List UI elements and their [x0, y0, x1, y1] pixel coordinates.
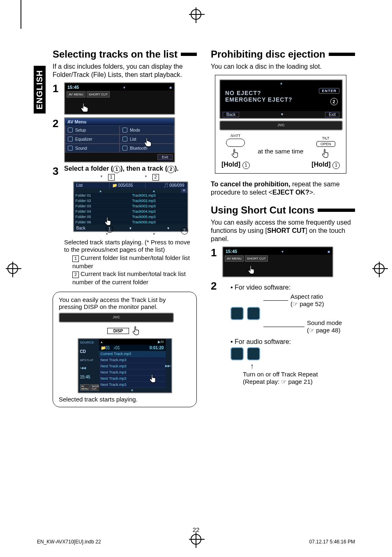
footer-file: EN_KW-AVX710[EU].indb 22: [37, 539, 101, 545]
track-list[interactable]: Track001.mp3 Track002.mp3 Track003.mp3 T…: [131, 193, 187, 225]
att-button[interactable]: [226, 139, 245, 147]
track-counter: 🎵 006/099: [145, 182, 187, 188]
av-menu-title: AV Menu: [65, 118, 174, 125]
footer-timestamp: 07.12.17 5:46:16 PM: [309, 539, 355, 545]
menu-item-sound[interactable]: Sound: [65, 144, 120, 153]
track-repeat-icon[interactable]: [247, 347, 260, 360]
cancel-prohibition-note: To cancel the prohibition, repeat the sa…: [211, 180, 355, 197]
audio-software-label: • For audio software:: [231, 338, 355, 346]
menu-item-mode[interactable]: Mode: [120, 125, 174, 135]
open-button[interactable]: OPEN: [316, 141, 335, 147]
exit-button[interactable]: Exit: [325, 112, 339, 117]
registration-mark-icon: [191, 9, 201, 20]
list-icon: [122, 137, 127, 142]
exit-button[interactable]: Exit: [157, 154, 173, 160]
step-1-number: 1: [53, 82, 61, 95]
callout-1: 1: [242, 162, 250, 169]
page-number: 22: [193, 526, 200, 533]
list-label: List: [74, 182, 110, 188]
aspect-ratio-icon[interactable]: [247, 307, 260, 320]
tap-hand-icon: [103, 216, 114, 227]
sound-icon: [68, 146, 73, 151]
tap-hand-icon: [246, 264, 258, 276]
callout-2: 2: [181, 227, 188, 234]
screen-sc-step1: 15:45 ▾ ■ AV MENU SHORT CUT: [222, 246, 333, 277]
mode-icon: [122, 128, 127, 132]
screen-av-menu: AV Menu Setup Mode Equalizer List Sound …: [64, 117, 175, 162]
intro-shortcut: You can easily access the some frequentl…: [211, 218, 355, 243]
tap-hand-icon: [142, 136, 154, 148]
tap-hand-icon: [79, 102, 90, 113]
gear-icon: [68, 128, 73, 132]
step-2-number: 2: [53, 117, 61, 130]
screen-folder-track-list: List 📁 005/035 🎵 006/099 ▴ ▴ ✕ Folder 01: [73, 181, 188, 232]
clock-text: 15:45: [67, 85, 79, 90]
screen-no-eject: ▴ ENTER NO EJECT? EMERGENCY EJECT? 2 Bac…: [219, 79, 343, 119]
registration-mark-icon: [7, 263, 18, 274]
enter-button[interactable]: ENTER: [319, 88, 339, 94]
callout-1: 1: [106, 225, 113, 233]
tipbox-caption: Selected track starts playing.: [59, 396, 191, 403]
sc-step-2-number: 2: [211, 280, 219, 292]
callout-1: 1: [332, 162, 340, 169]
screen-step1: 15:45 ▾ ■ AV MENU SHORT CUT: [64, 82, 175, 115]
tap-hand-icon: [320, 148, 332, 159]
back-button[interactable]: Back: [223, 112, 239, 117]
faceplate-illustration: JVC: [219, 121, 343, 130]
registration-mark-icon: [374, 263, 385, 274]
video-software-label: • For video software:: [231, 284, 355, 291]
disp-button[interactable]: DISP: [107, 328, 129, 334]
equalizer-icon: [68, 137, 73, 142]
menu-item-setup[interactable]: Setup: [65, 125, 120, 135]
step3-caption: Selected track starts playing. (* Press …: [64, 239, 197, 254]
menu-item-equalizer[interactable]: Equalizer: [65, 135, 120, 144]
heading-selecting-tracks: Selecting tracks on the list: [53, 49, 197, 60]
folder-counter: 📁 005/035: [110, 182, 145, 188]
sound-mode-caption: Sound mode(☞ page 48): [307, 319, 342, 334]
heading-prohibiting-ejection: Prohibiting disc ejection: [211, 49, 355, 60]
intro-prohibiting: You can lock a disc in the loading slot.: [211, 63, 355, 71]
heading-shortcut-icons: Using Short Cut Icons: [211, 204, 355, 216]
intro-selecting-tracks: If a disc includes folders, you can disp…: [53, 63, 197, 79]
av-menu-button[interactable]: AV MENU: [225, 255, 244, 262]
tap-hand-icon: [148, 373, 159, 384]
step-3-number: 3: [53, 165, 61, 178]
callout-2: 2: [330, 98, 338, 105]
sc-step-1-number: 1: [211, 246, 219, 259]
av-menu-button[interactable]: AV MENU: [67, 91, 85, 97]
sound-mode-icon[interactable]: [231, 307, 244, 320]
note-folder-counter: Current folder list number/total folder …: [72, 254, 190, 269]
track-repeat-caption: Turn on or off Track Repeat(Repeat play:…: [243, 371, 355, 385]
disp-tip-box: You can easily access the Track List by …: [53, 292, 197, 407]
note-track-counter: Current track list number/total track li…: [72, 270, 186, 285]
folder-list[interactable]: Folder 01 Folder 02 Folder 03 Folder 04 …: [74, 193, 131, 225]
faceplate-illustration: JVC: [59, 313, 174, 323]
tap-hand-icon: [230, 148, 241, 159]
short-cut-button[interactable]: SHORT CUT: [87, 91, 110, 97]
screen-cd-tracklist: SOURCE CD MP3 FLAT I◀◀ 15:45 AV MENU SHO…: [78, 338, 172, 393]
aspect-ratio-caption: Aspect ratio(☞ page 52): [291, 293, 324, 308]
eject-procedure-box: ▴ ENTER NO EJECT? EMERGENCY EJECT? 2 Bac…: [215, 75, 346, 174]
sound-mode-icon[interactable]: [231, 347, 244, 360]
bluetooth-icon: [122, 146, 127, 151]
short-cut-button[interactable]: SHORT CUT: [245, 255, 268, 262]
tap-hand-icon: [131, 325, 142, 337]
step-3-instruction: Select a folder (1), then a track (2).: [64, 165, 197, 173]
